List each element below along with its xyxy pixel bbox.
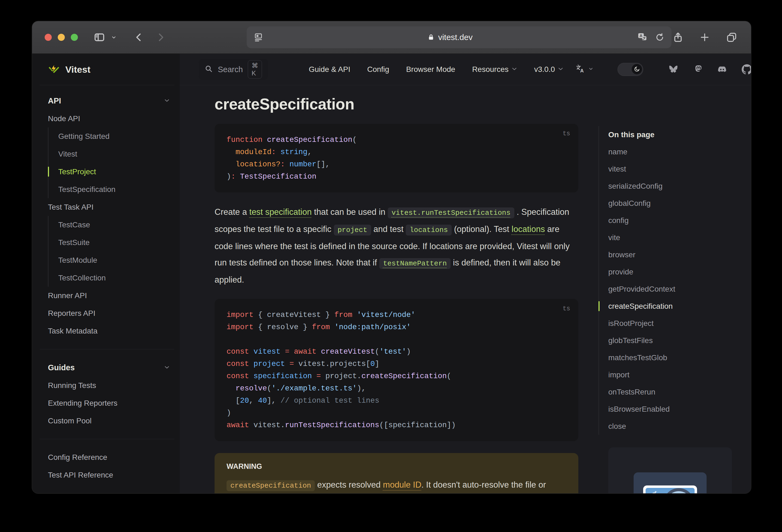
sidebar-divider (40, 439, 174, 439)
reader-icon[interactable] (254, 33, 263, 42)
theme-toggle-knob (632, 64, 642, 74)
outline-item-vite[interactable]: vite (608, 229, 751, 246)
sidebar-item-test-api-reference[interactable]: Test API Reference (32, 466, 180, 484)
code-block-example: ts import { createVitest } from 'vitest/… (215, 299, 578, 441)
sidebar-item-testcase[interactable]: TestCase (48, 216, 180, 234)
sidebar-item-custom-pool[interactable]: Custom Pool (32, 412, 180, 430)
outline-item-isbrowserenabled[interactable]: isBrowserEnabled (608, 400, 751, 418)
url-text: vitest.dev (263, 33, 637, 42)
nav-link-v3-0-0[interactable]: v3.0.0 (534, 65, 564, 74)
code-line: import { resolve } from 'node:path/posix… (226, 321, 566, 333)
warning-body: createSpecification expects resolved mod… (226, 477, 566, 493)
sidebar-item-testspecification[interactable]: TestSpecification (48, 180, 180, 198)
inline-link[interactable]: module ID (383, 480, 421, 490)
chevron-down-icon (164, 96, 170, 105)
vitest-bolt-logo-icon (48, 64, 60, 75)
inline-code: createSpecification (226, 480, 315, 491)
new-tab-icon[interactable] (699, 32, 710, 43)
warning-title: WARNING (226, 462, 566, 471)
share-icon[interactable] (673, 32, 683, 43)
code-line: import { createVitest } from 'vitest/nod… (226, 309, 566, 321)
outline-item-close[interactable]: close (608, 418, 751, 435)
sidebar-item-testsuite[interactable]: TestSuite (48, 234, 180, 251)
inline-link[interactable]: locations (511, 224, 545, 234)
search-shortcut-badge: ⌘ K (248, 60, 262, 79)
outline-item-name[interactable]: name (608, 143, 751, 161)
chevron-down-icon (558, 65, 564, 74)
nav-link-browser-mode[interactable]: Browser Mode (406, 65, 455, 74)
github-icon[interactable] (742, 64, 751, 75)
outline-item-isrootproject[interactable]: isRootProject (608, 315, 751, 332)
inline-code-link[interactable]: testNamePattern (379, 258, 451, 269)
sidebar-chevron-down-icon[interactable] (111, 34, 117, 41)
sponsor-card[interactable]: </> (608, 447, 732, 493)
code-line: function createSpecification( (226, 134, 566, 146)
sidebar-item-runner-api[interactable]: Runner API (32, 287, 180, 305)
outline-item-globalconfig[interactable]: globalConfig (608, 195, 751, 212)
outline-item-vitest[interactable]: vitest (608, 161, 751, 178)
logo-text: Vitest (65, 64, 91, 75)
outline-title: On this page (608, 126, 751, 143)
outline-aside: On this page namevitestserializedConfigg… (599, 85, 751, 493)
translate-icon[interactable]: A (637, 32, 647, 42)
discord-icon[interactable] (717, 65, 727, 74)
sidebar-item-task-metadata[interactable]: Task Metadata (32, 322, 180, 340)
inline-code: project (334, 225, 371, 236)
outline-item-browser[interactable]: browser (608, 246, 751, 263)
forward-icon[interactable] (156, 32, 166, 42)
reload-icon[interactable] (655, 33, 664, 42)
sidebar-item-reporters-api[interactable]: Reporters API (32, 305, 180, 322)
search-input[interactable]: Search ⌘ K (199, 59, 268, 80)
nav-link-resources[interactable]: Resources (472, 65, 517, 74)
sidebar-item-testproject[interactable]: TestProject (48, 163, 180, 180)
outline: On this page namevitestserializedConfigg… (599, 126, 751, 435)
sidebar-item-node-api[interactable]: Node API (32, 110, 180, 128)
outline-item-ontestsrerun[interactable]: onTestsRerun (608, 383, 751, 400)
code-lang-tag: ts (563, 128, 570, 140)
theme-toggle[interactable] (617, 63, 643, 76)
bluesky-icon[interactable] (668, 65, 679, 74)
sidebar-item-testcollection[interactable]: TestCollection (48, 269, 180, 287)
minimize-window-button[interactable] (58, 34, 65, 41)
docs-sidebar: Vitest APINode APIGetting StartedVitestT… (32, 54, 180, 493)
tabs-overview-icon[interactable] (726, 32, 737, 43)
sidebar-item-api[interactable]: API (32, 92, 180, 110)
nav-link-config[interactable]: Config (367, 65, 389, 74)
code-line: await vitest.runTestSpecifications([spec… (226, 419, 566, 431)
sidebar-toggle-icon[interactable] (94, 32, 105, 43)
outline-item-createspecification[interactable]: createSpecification (608, 297, 751, 315)
code-search-monitor-illustration: </> (634, 472, 707, 493)
vitest-logo[interactable]: Vitest (32, 54, 180, 85)
outline-item-provide[interactable]: provide (608, 263, 751, 280)
outline-item-getprovidedcontext[interactable]: getProvidedContext (608, 280, 751, 297)
chevron-down-icon (588, 66, 594, 73)
page-title: createSpecification (215, 95, 578, 113)
sidebar-item-guides[interactable]: Guides (32, 359, 180, 377)
sidebar-divider (40, 349, 174, 349)
sidebar-item-vitest[interactable]: Vitest (48, 145, 180, 163)
sidebar-item-test-task-api[interactable]: Test Task API (32, 198, 180, 216)
moon-icon (634, 66, 640, 72)
inline-code-link[interactable]: vitest.runTestSpecifications (388, 208, 514, 218)
address-bar[interactable]: vitest.dev A (247, 26, 671, 48)
zoom-window-button[interactable] (71, 34, 78, 41)
nav-link-guide-api[interactable]: Guide & API (309, 65, 350, 74)
language-menu[interactable]: A (576, 64, 594, 75)
inline-link[interactable]: test specification (249, 207, 312, 217)
sidebar-item-config-reference[interactable]: Config Reference (32, 449, 180, 466)
close-window-button[interactable] (45, 34, 52, 41)
sidebar-item-getting-started[interactable]: Getting Started (48, 128, 180, 145)
translate-icon: A (576, 64, 585, 75)
outline-item-config[interactable]: config (608, 212, 751, 229)
outline-item-import[interactable]: import (608, 366, 751, 383)
outline-item-serializedconfig[interactable]: serializedConfig (608, 178, 751, 195)
mastodon-icon[interactable] (693, 64, 703, 75)
outline-item-matchestestglob[interactable]: matchesTestGlob (608, 349, 751, 366)
sidebar-item-testmodule[interactable]: TestModule (48, 251, 180, 269)
nav-links: Guide & APIConfigBrowser ModeResourcesv3… (309, 65, 564, 74)
back-icon[interactable] (134, 32, 144, 42)
outline-item-globtestfiles[interactable]: globTestFiles (608, 332, 751, 349)
sidebar-item-extending-reporters[interactable]: Extending Reporters (32, 394, 180, 412)
search-icon (205, 65, 213, 74)
sidebar-item-running-tests[interactable]: Running Tests (32, 377, 180, 394)
